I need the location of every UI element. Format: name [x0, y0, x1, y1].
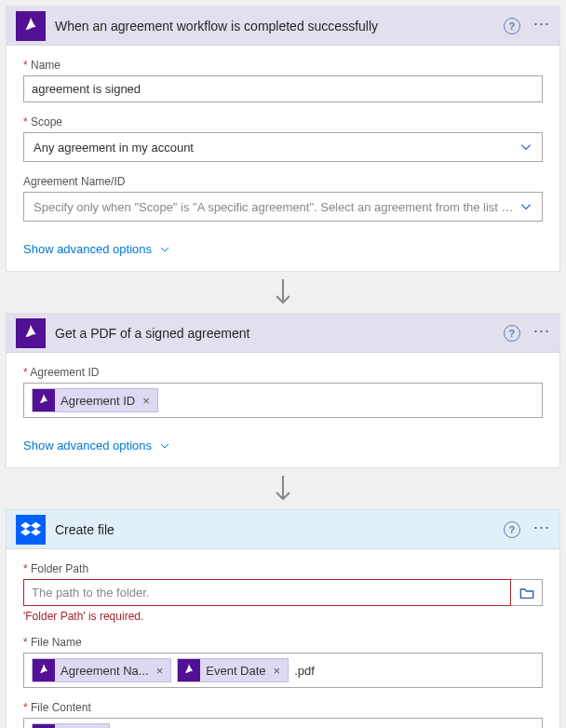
name-input[interactable] — [23, 75, 543, 102]
step-create-file-card: Create file ? ··· Folder Path 'Folder Pa… — [6, 509, 560, 728]
name-label: Name — [23, 59, 543, 72]
more-menu-icon[interactable]: ··· — [533, 522, 550, 537]
flow-arrow-icon — [6, 468, 560, 509]
help-icon[interactable]: ? — [504, 18, 520, 34]
folder-path-error: 'Folder Path' is required. — [23, 610, 543, 623]
remove-token-icon[interactable]: × — [272, 664, 283, 678]
agreement-id-input[interactable]: Agreement ID × — [23, 383, 543, 418]
adobe-sign-icon — [16, 11, 46, 41]
flow-arrow-icon — [6, 272, 560, 313]
show-advanced-link[interactable]: Show advanced options — [7, 435, 559, 467]
chevron-down-icon — [159, 244, 170, 255]
chevron-down-icon — [159, 440, 170, 452]
chevron-down-icon — [519, 141, 532, 154]
help-icon[interactable]: ? — [504, 521, 520, 538]
card-header[interactable]: Create file ? ··· — [7, 510, 559, 549]
step-get-pdf-card: Get a PDF of a signed agreement ? ··· Ag… — [6, 313, 560, 468]
card-header[interactable]: Get a PDF of a signed agreement ? ··· — [7, 314, 559, 353]
agreement-id-label: Agreement ID — [23, 366, 543, 379]
scope-label: Scope — [23, 115, 543, 128]
agreement-id-placeholder: Specify only when "Scope" is "A specific… — [34, 200, 514, 214]
adobe-sign-icon — [33, 389, 55, 411]
remove-token-icon[interactable]: × — [141, 394, 152, 408]
more-menu-icon[interactable]: ··· — [533, 19, 550, 34]
token-agreement-id[interactable]: Agreement ID × — [32, 388, 158, 412]
token-body[interactable]: body × — [32, 723, 110, 728]
token-agreement-name[interactable]: Agreement Na... × — [32, 658, 171, 682]
card-title: Get a PDF of a signed agreement — [55, 326, 504, 341]
scope-select[interactable]: Any agreement in my account — [23, 132, 543, 162]
folder-picker-button[interactable] — [511, 579, 543, 606]
agreement-id-label: Agreement Name/ID — [23, 175, 543, 188]
folder-icon — [519, 586, 534, 600]
folder-path-label: Folder Path — [23, 562, 543, 575]
adobe-sign-icon — [16, 318, 46, 348]
help-icon[interactable]: ? — [504, 325, 520, 342]
adobe-sign-icon — [33, 724, 55, 728]
file-name-input[interactable]: Agreement Na... × Event Date × .pdf — [23, 653, 543, 688]
card-header[interactable]: When an agreement workflow is completed … — [7, 7, 559, 46]
adobe-sign-icon — [178, 659, 200, 681]
file-content-label: File Content — [23, 701, 543, 714]
file-extension: .pdf — [294, 664, 315, 678]
adobe-sign-icon — [33, 659, 55, 681]
folder-path-input[interactable] — [23, 579, 511, 606]
card-title: Create file — [55, 522, 504, 537]
step-trigger-card: When an agreement workflow is completed … — [6, 6, 560, 272]
dropbox-icon — [16, 515, 46, 545]
chevron-down-icon — [519, 200, 532, 213]
show-advanced-link[interactable]: Show advanced options — [7, 238, 559, 271]
scope-value: Any agreement in my account — [34, 141, 194, 155]
more-menu-icon[interactable]: ··· — [533, 326, 550, 341]
file-name-label: File Name — [23, 636, 543, 649]
file-content-input[interactable]: body × — [23, 718, 543, 728]
remove-token-icon[interactable]: × — [155, 664, 166, 678]
card-title: When an agreement workflow is completed … — [55, 19, 504, 34]
agreement-id-select[interactable]: Specify only when "Scope" is "A specific… — [23, 192, 543, 222]
token-event-date[interactable]: Event Date × — [177, 658, 289, 682]
